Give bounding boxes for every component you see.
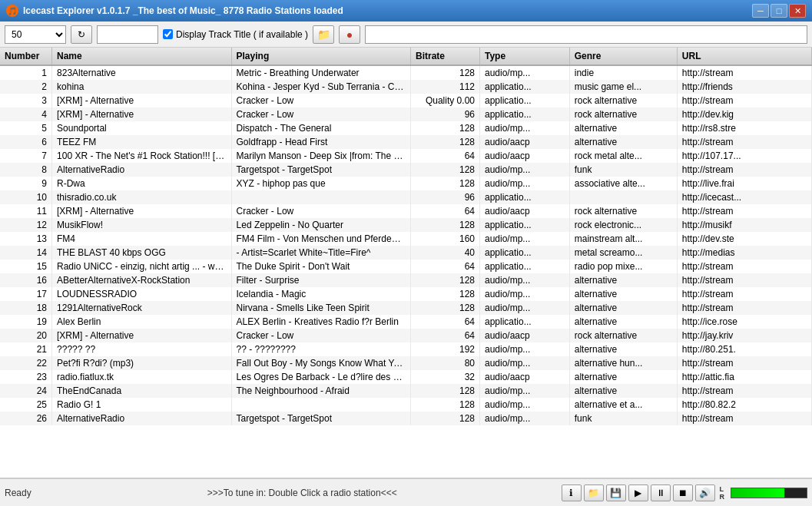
- cell-3-5: rock alternative: [569, 107, 677, 121]
- table-row[interactable]: 3[XRM] - AlternativeCracker - LowQuality…: [0, 94, 812, 107]
- table-row[interactable]: 19Alex BerlinALEX Berlin - Kreatives Rad…: [0, 315, 812, 329]
- table-row[interactable]: 4[XRM] - AlternativeCracker - Low96appli…: [0, 107, 812, 121]
- cell-22-3: 32: [411, 370, 480, 384]
- cell-1-4: applicatio...: [479, 80, 569, 94]
- table-row[interactable]: 17LOUDNESSRADIOIcelandia - Magic128audio…: [0, 287, 812, 301]
- cell-16-4: audio/mp...: [479, 287, 569, 301]
- window-controls[interactable]: ─ □ ✕: [752, 4, 806, 18]
- table-row[interactable]: 9R-DwaXYZ - hiphop pas que128audio/mp...…: [0, 177, 812, 190]
- col-name[interactable]: Name: [52, 48, 232, 65]
- table-row[interactable]: 14THE BLAST 40 kbps OGG- Artist=Scarlet …: [0, 246, 812, 260]
- cell-11-6: http://musikf: [677, 218, 811, 232]
- cell-4-1: Soundportal: [52, 121, 232, 135]
- cell-11-4: applicatio...: [479, 218, 569, 232]
- col-url[interactable]: URL: [677, 48, 811, 65]
- col-bitrate[interactable]: Bitrate: [411, 48, 480, 65]
- cell-12-0: 13: [0, 232, 52, 246]
- cell-16-6: http://stream: [677, 287, 811, 301]
- playback-controls: ℹ 📁 💾 ▶ ⏸ ⏹ 🔊: [562, 485, 715, 501]
- cell-25-3: 128: [411, 412, 480, 425]
- cell-8-2: XYZ - hiphop pas que: [231, 177, 411, 190]
- table-row[interactable]: 2kohinaKohina - Jesper Kyd - Sub Terrani…: [0, 80, 812, 94]
- table-row[interactable]: 15Radio UNiCC - einzig, nicht artig ... …: [0, 260, 812, 273]
- cell-23-0: 24: [0, 384, 52, 398]
- record-button[interactable]: ●: [339, 25, 360, 44]
- cell-19-5: rock alternative: [569, 329, 677, 342]
- cell-21-6: http://stream: [677, 356, 811, 370]
- info-button[interactable]: ℹ: [562, 485, 582, 501]
- open-folder-button[interactable]: 📁: [584, 485, 604, 501]
- maximize-button[interactable]: □: [771, 4, 787, 18]
- cell-6-3: 64: [411, 149, 480, 163]
- cell-22-6: http://attic.fia: [677, 370, 811, 384]
- cell-4-6: http://rs8.stre: [677, 121, 811, 135]
- table-row[interactable]: 20[XRM] - AlternativeCracker - Low64audi…: [0, 329, 812, 342]
- cell-17-6: http://stream: [677, 301, 811, 315]
- table-row[interactable]: 12MusikFlow!Led Zeppelin - No Quarter128…: [0, 218, 812, 232]
- col-genre[interactable]: Genre: [569, 48, 677, 65]
- table-row[interactable]: 5SoundportalDispatch - The General128aud…: [0, 121, 812, 135]
- cell-7-4: audio/mp...: [479, 163, 569, 177]
- stations-table-container[interactable]: Number Name Playing Bitrate Type Genre U…: [0, 48, 812, 478]
- minimize-button[interactable]: ─: [752, 4, 769, 18]
- cell-16-3: 128: [411, 287, 480, 301]
- play-button[interactable]: ▶: [628, 485, 648, 501]
- col-playing[interactable]: Playing: [231, 48, 411, 65]
- cell-6-5: rock metal alte...: [569, 149, 677, 163]
- table-row[interactable]: 23radio.fiatlux.tkLes Ogres De Barback -…: [0, 370, 812, 384]
- cell-18-5: alternative: [569, 315, 677, 329]
- cell-7-3: 128: [411, 163, 480, 177]
- cell-2-5: rock alternative: [569, 94, 677, 107]
- cell-19-3: 64: [411, 329, 480, 342]
- pause-button[interactable]: ⏸: [651, 485, 671, 501]
- table-row[interactable]: 13FM4FM4 Film - Von Menschen und Pferden…: [0, 232, 812, 246]
- table-row[interactable]: 181291AlternativeRockNirvana - Smells Li…: [0, 301, 812, 315]
- table-row[interactable]: 8AlternativeRadioTargetspot - TargetSpot…: [0, 163, 812, 177]
- stop-button[interactable]: ⏹: [673, 485, 693, 501]
- count-select[interactable]: 50 100 200: [5, 25, 66, 44]
- lr-indicator: L R: [720, 485, 725, 501]
- cell-20-4: audio/mp...: [479, 342, 569, 356]
- table-row[interactable]: 1823AlternativeMetric - Breathing Underw…: [0, 65, 812, 80]
- cell-25-6: http://stream: [677, 412, 811, 425]
- cell-6-6: http://107.17...: [677, 149, 811, 163]
- cell-11-5: rock electronic...: [569, 218, 677, 232]
- cell-18-6: http://ice.rose: [677, 315, 811, 329]
- table-row[interactable]: 6TEEZ FMGoldfrapp - Head First128audio/a…: [0, 135, 812, 149]
- url-input[interactable]: [365, 25, 807, 44]
- track-title-checkbox[interactable]: [163, 29, 173, 39]
- table-row[interactable]: 7100 XR - The Net's #1 Rock Station!!! […: [0, 149, 812, 163]
- cell-5-2: Goldfrapp - Head First: [231, 135, 411, 149]
- refresh-button[interactable]: ↻: [71, 25, 92, 44]
- cell-8-4: audio/mp...: [479, 177, 569, 190]
- col-type[interactable]: Type: [479, 48, 569, 65]
- table-row[interactable]: 26AlternativeRadioTargetspot - TargetSpo…: [0, 412, 812, 425]
- cell-13-4: applicatio...: [479, 246, 569, 260]
- table-row[interactable]: 16ABetterAlternativeX-RockStationFilter …: [0, 273, 812, 287]
- cell-24-3: 128: [411, 398, 480, 412]
- cell-13-0: 14: [0, 246, 52, 260]
- cell-5-1: TEEZ FM: [52, 135, 232, 149]
- cell-3-2: Cracker - Low: [231, 107, 411, 121]
- save-button[interactable]: 💾: [606, 485, 626, 501]
- cell-18-2: ALEX Berlin - Kreatives Radio f?r Berlin: [231, 315, 411, 329]
- table-row[interactable]: 22Pet?fi R?di? (mp3)Fall Out Boy - My So…: [0, 356, 812, 370]
- volume-button[interactable]: 🔊: [695, 485, 715, 501]
- cell-3-6: http://dev.kig: [677, 107, 811, 121]
- volume-bar: [731, 488, 807, 498]
- cell-9-1: thisradio.co.uk: [52, 190, 232, 204]
- cell-15-1: ABetterAlternativeX-RockStation: [52, 273, 232, 287]
- table-row[interactable]: 24TheEndCanadaThe Neighbourhood - Afraid…: [0, 384, 812, 398]
- cell-10-3: 64: [411, 204, 480, 218]
- cell-3-4: applicatio...: [479, 107, 569, 121]
- genre-select[interactable]: Alternative Rock Pop Jazz: [97, 25, 158, 44]
- table-row[interactable]: 25Radio G! 1128audio/mp...alternative et…: [0, 398, 812, 412]
- folder-button[interactable]: 📁: [313, 25, 334, 44]
- col-number[interactable]: Number: [0, 48, 52, 65]
- close-button[interactable]: ✕: [789, 4, 806, 18]
- cell-1-3: 112: [411, 80, 480, 94]
- cell-20-1: ????? ??: [52, 342, 232, 356]
- table-row[interactable]: 11[XRM] - AlternativeCracker - Low64audi…: [0, 204, 812, 218]
- table-row[interactable]: 21????? ???? - ????????192audio/mp...alt…: [0, 342, 812, 356]
- table-row[interactable]: 10thisradio.co.uk96applicatio...http://i…: [0, 190, 812, 204]
